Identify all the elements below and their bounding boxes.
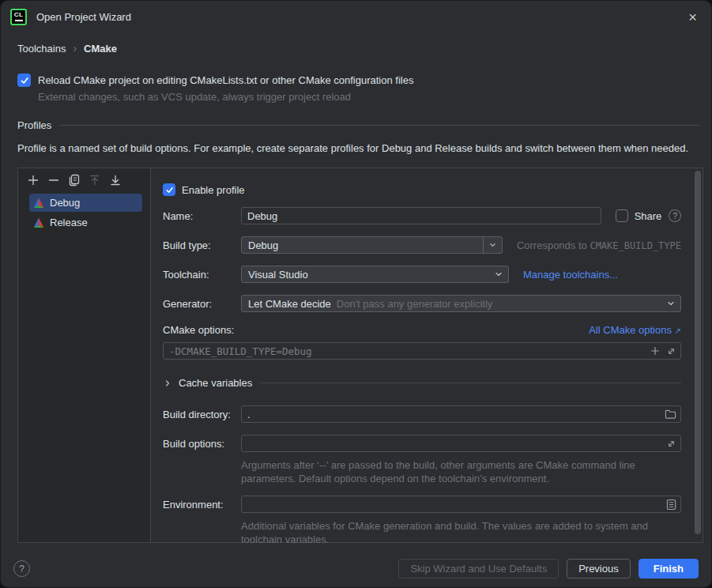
- toolchain-dropdown[interactable]: Visual Studio: [241, 266, 509, 283]
- checkmark-icon: [165, 186, 174, 194]
- chevron-down-icon: [489, 266, 508, 282]
- environment-row: Environment:: [163, 496, 681, 513]
- panel-scrollbar[interactable]: [695, 171, 701, 534]
- enable-profile-checkbox[interactable]: [163, 183, 175, 196]
- expand-icon[interactable]: [666, 439, 676, 449]
- open-project-wizard-dialog: CL Open Project Wizard × Toolchains › CM…: [0, 0, 712, 588]
- profiles-panel: Debug Release: [17, 168, 703, 543]
- profile-form: Enable profile Name: Share ? Build type:…: [151, 168, 703, 542]
- all-cmake-options-link[interactable]: All CMake options ↗: [589, 324, 681, 336]
- reload-checkbox[interactable]: [17, 74, 31, 87]
- breadcrumb-toolchains[interactable]: Toolchains: [17, 43, 66, 55]
- toolchain-row: Toolchain: Visual Studio Manage toolchai…: [163, 266, 681, 283]
- clion-logo-text: CL: [14, 12, 24, 18]
- build-directory-row: Build directory:: [163, 405, 681, 423]
- generator-dropdown[interactable]: Let CMake decide Don't pass any generato…: [241, 295, 681, 312]
- previous-button[interactable]: Previous: [567, 559, 631, 579]
- profiles-list-pane: Debug Release: [18, 168, 151, 542]
- toolchain-label: Toolchain:: [163, 269, 241, 281]
- build-options-row: Build options:: [163, 435, 681, 452]
- name-input[interactable]: [241, 207, 601, 224]
- share-help-icon[interactable]: ?: [669, 209, 681, 222]
- build-type-value: Debug: [248, 239, 278, 251]
- profile-item-label: Debug: [50, 197, 80, 209]
- build-options-input[interactable]: [241, 435, 681, 452]
- build-directory-label: Build directory:: [163, 409, 241, 420]
- toolchain-value: Visual Studio: [248, 269, 308, 281]
- breadcrumb-separator: ›: [73, 42, 77, 55]
- environment-variables-icon[interactable]: [666, 499, 676, 511]
- profile-item-debug[interactable]: Debug: [29, 194, 142, 212]
- cmake-options-input[interactable]: [163, 342, 681, 360]
- profile-item-release[interactable]: Release: [29, 213, 142, 232]
- generator-label: Generator:: [163, 298, 241, 310]
- profiles-description: Profile is a named set of build options.…: [17, 141, 699, 156]
- profiles-toolbar: [18, 168, 150, 191]
- breadcrumb-cmake: CMake: [84, 43, 117, 55]
- reload-hint-text: External changes, such as VCS update, al…: [38, 91, 700, 103]
- cmake-options-field: [163, 342, 681, 360]
- close-icon[interactable]: ×: [685, 8, 700, 26]
- skip-wizard-button[interactable]: Skip Wizard and Use Defaults: [398, 559, 559, 579]
- environment-label: Environment:: [163, 499, 241, 511]
- chevron-down-icon: [483, 237, 502, 253]
- chevron-right-icon: [163, 379, 172, 388]
- clion-logo-underline: [15, 20, 23, 21]
- profiles-section-header: Profiles: [17, 119, 700, 131]
- section-divider: [59, 125, 700, 126]
- environment-input[interactable]: [241, 496, 681, 513]
- build-options-hint: Arguments after ‘--’ are passed to the b…: [241, 458, 684, 485]
- cache-variables-label: Cache variables: [179, 377, 252, 389]
- clion-logo-icon: CL: [10, 9, 27, 25]
- copy-profile-button[interactable]: [68, 174, 81, 187]
- add-option-icon[interactable]: [650, 345, 661, 356]
- share-checkbox[interactable]: [616, 209, 628, 222]
- name-row: Name: Share ?: [163, 207, 681, 224]
- build-type-label: Build type:: [163, 239, 241, 251]
- build-directory-input[interactable]: [241, 405, 681, 423]
- build-directory-field: [241, 405, 681, 423]
- profile-item-label: Release: [50, 217, 88, 228]
- cmake-options-label: CMake options:: [163, 324, 234, 336]
- build-type-hint: Corresponds to CMAKE_BUILD_TYPE: [517, 239, 681, 251]
- remove-profile-button[interactable]: [47, 174, 60, 187]
- external-link-icon: ↗: [675, 326, 681, 335]
- reload-cmake-checkbox-row[interactable]: Reload CMake project on editing CMakeLis…: [17, 74, 700, 87]
- build-type-dropdown[interactable]: Debug: [241, 236, 503, 254]
- cmake-options-header-row: CMake options: All CMake options ↗: [163, 324, 681, 336]
- move-down-button[interactable]: [109, 174, 122, 187]
- generator-placeholder: Don't pass any generator explicitly: [337, 298, 493, 310]
- help-icon[interactable]: ?: [13, 560, 30, 577]
- enable-profile-label: Enable profile: [182, 184, 245, 196]
- add-profile-button[interactable]: [27, 174, 40, 187]
- environment-field: [241, 496, 681, 513]
- generator-value: Let CMake decide: [248, 298, 331, 310]
- expand-icon[interactable]: [666, 346, 676, 356]
- cache-variables-toggle[interactable]: Cache variables: [163, 377, 681, 389]
- window-title: Open Project Wizard: [36, 11, 131, 23]
- build-options-label: Build options:: [163, 438, 241, 450]
- generator-row: Generator: Let CMake decide Don't pass a…: [163, 295, 681, 312]
- enable-profile-row[interactable]: Enable profile: [163, 183, 681, 196]
- environment-hint: Additional variables for CMake generatio…: [241, 519, 672, 546]
- build-type-row: Build type: Debug Corresponds to CMAKE_B…: [163, 236, 681, 254]
- finish-button[interactable]: Finish: [639, 559, 699, 579]
- section-divider: [260, 383, 681, 383]
- manage-toolchains-link[interactable]: Manage toolchains...: [523, 269, 618, 281]
- reload-checkbox-label: Reload CMake project on editing CMakeLis…: [38, 74, 413, 86]
- breadcrumb: Toolchains › CMake: [17, 42, 700, 55]
- move-up-button[interactable]: [89, 174, 101, 187]
- cmake-icon: [33, 198, 44, 209]
- title-bar: CL Open Project Wizard ×: [1, 1, 711, 32]
- profiles-list: Debug Release: [18, 191, 150, 232]
- folder-icon[interactable]: [665, 409, 676, 420]
- profiles-section-title: Profiles: [17, 119, 51, 131]
- build-options-field: [241, 435, 681, 452]
- name-label: Name:: [163, 210, 241, 222]
- checkmark-icon: [20, 76, 29, 85]
- dialog-footer: ? Skip Wizard and Use Defaults Previous …: [1, 550, 711, 587]
- chevron-down-icon: [661, 296, 680, 311]
- share-label: Share: [635, 210, 662, 222]
- cmake-icon: [33, 217, 44, 228]
